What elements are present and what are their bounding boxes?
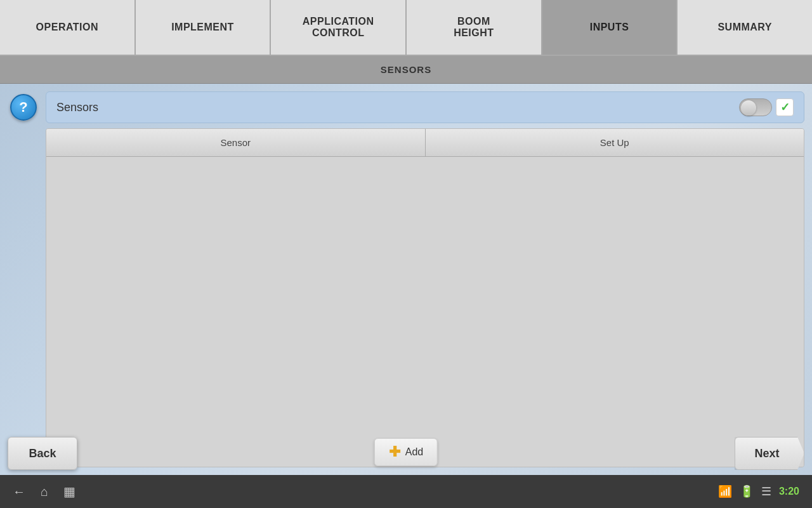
sensor-table: Sensor Set Up bbox=[46, 128, 804, 467]
tab-operation[interactable]: OPERATION bbox=[0, 0, 136, 55]
table-header: Sensor Set Up bbox=[46, 129, 804, 157]
tab-boom-height[interactable]: BOOMHEIGHT bbox=[407, 0, 542, 55]
sensors-row: Sensors ✓ bbox=[46, 91, 804, 123]
add-button-container: ✚ Add bbox=[374, 438, 438, 466]
table-body bbox=[46, 157, 804, 467]
toggle-track bbox=[739, 98, 772, 116]
bottom-icons: ← ⌂ ▦ bbox=[13, 484, 75, 499]
tab-application-control[interactable]: APPLICATIONCONTROL bbox=[271, 0, 407, 55]
sensors-label: Sensors bbox=[56, 101, 98, 114]
toggle-check: ✓ bbox=[776, 98, 794, 116]
column-setup: Set Up bbox=[426, 129, 804, 156]
back-arrow-icon[interactable]: ← bbox=[13, 485, 25, 499]
sensors-toggle[interactable]: ✓ bbox=[739, 98, 794, 116]
bottom-bar: ← ⌂ ▦ 📶 🔋 ☰ 3:20 bbox=[0, 475, 812, 508]
windows-icon[interactable]: ▦ bbox=[63, 484, 75, 499]
toggle-thumb bbox=[741, 100, 756, 116]
right-panel: Sensors ✓ Sensor Set Up bbox=[46, 91, 804, 467]
sub-header: SENSORS bbox=[0, 56, 812, 84]
menu-icon: ☰ bbox=[761, 485, 771, 498]
add-plus-icon: ✚ bbox=[389, 445, 400, 459]
battery-icon: 🔋 bbox=[740, 485, 754, 498]
home-icon[interactable]: ⌂ bbox=[41, 485, 48, 499]
back-button[interactable]: Back bbox=[8, 437, 77, 470]
add-button[interactable]: ✚ Add bbox=[374, 438, 438, 466]
signal-icon: 📶 bbox=[718, 485, 732, 498]
tab-summary[interactable]: SUMMARY bbox=[678, 0, 812, 55]
help-icon[interactable]: ? bbox=[10, 94, 37, 121]
next-button[interactable]: Next bbox=[735, 437, 804, 470]
help-icon-container: ? bbox=[8, 91, 39, 467]
column-sensor: Sensor bbox=[46, 129, 426, 156]
checkmark-icon: ✓ bbox=[780, 100, 790, 114]
tab-inputs[interactable]: INPUTS bbox=[542, 0, 678, 55]
top-navigation: OPERATION IMPLEMENT APPLICATIONCONTROL B… bbox=[0, 0, 812, 56]
main-content: ? Sensors ✓ Sensor Set Up bbox=[0, 84, 812, 475]
time-display: 3:20 bbox=[779, 486, 799, 497]
bottom-right: 📶 🔋 ☰ 3:20 bbox=[718, 485, 799, 498]
tab-implement[interactable]: IMPLEMENT bbox=[136, 0, 272, 55]
